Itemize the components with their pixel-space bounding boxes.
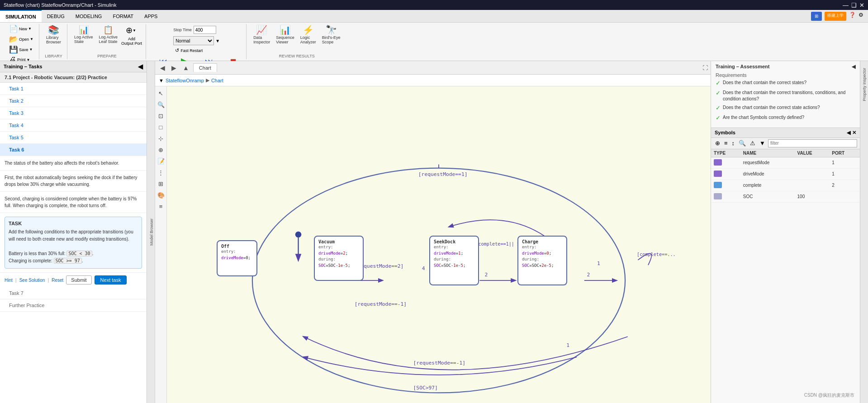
window-controls[interactable]: — ❑ ✕ <box>843 2 864 9</box>
sym-filter-btn[interactable]: ≡ <box>723 139 729 147</box>
state-tool[interactable]: □ <box>156 122 166 132</box>
sym-warn-btn[interactable]: ⚠ <box>749 139 757 147</box>
tasks-panel-collapse[interactable]: ◀ <box>138 63 143 70</box>
sequence-viewer-button[interactable]: 📊 SequenceViewer <box>274 24 297 46</box>
menubar: SIMULATION DEBUG MODELING FORMAT APPS ⊞ … <box>0 10 868 23</box>
main-layout: Training – Tasks ◀ 7.1 Project - Robotic… <box>0 61 868 403</box>
symbols-toolbar: ⊕ ≡ ↕ 🔍 ⚠ ▼ <box>711 138 860 149</box>
data-inspector-button[interactable]: 📈 DataInspector <box>251 24 272 46</box>
symbols-expand[interactable]: ✕ <box>852 130 856 136</box>
symbols-filter-input[interactable] <box>768 139 857 147</box>
help-btn[interactable]: ❓ <box>849 12 856 21</box>
mode-dropdown-arrow[interactable]: ▼ <box>215 38 220 43</box>
chart-tab[interactable]: Chart <box>193 63 217 72</box>
paint-tool[interactable]: 🎨 <box>156 190 166 200</box>
breadcrumb-stateflow[interactable]: StateflowOnramp <box>166 78 204 83</box>
task-item-6[interactable]: Task 6 <box>0 144 147 156</box>
sym-sort-btn[interactable]: ↕ <box>730 139 736 147</box>
state-charge[interactable]: Charge entry: driveMode=0; during: SOC=S… <box>517 236 567 285</box>
sym-more-btn[interactable]: ▼ <box>758 139 767 147</box>
task-item-3[interactable]: Task 3 <box>0 107 147 119</box>
close-btn[interactable]: ✕ <box>859 2 864 9</box>
menu-modeling[interactable]: MODELING <box>70 10 108 22</box>
birds-eye-scope-button[interactable]: 🔭 Bird's-EyeScope <box>320 24 343 46</box>
sym-name-soc[interactable]: SOC <box>740 191 795 202</box>
submit-button[interactable]: Submit <box>66 275 91 284</box>
watermark: CSDN @疯狂的麦克斯市 <box>804 392 854 398</box>
state-off[interactable]: Off entry: driveMode=0; <box>217 240 257 276</box>
assessment-header: Training – Assessment ◀ <box>716 64 855 70</box>
reset-link[interactable]: Reset <box>52 278 63 283</box>
assessment-collapse[interactable]: ◀ <box>852 64 855 70</box>
sym-name-complete[interactable]: complete <box>740 180 795 191</box>
breadcrumb-dropdown-arrow[interactable]: ▼ <box>159 78 164 83</box>
state-seekdock-title: SeekDock <box>434 239 474 244</box>
menu-simulation[interactable]: SIMULATION <box>0 10 42 22</box>
hint-link[interactable]: Hint <box>5 278 13 283</box>
task6-desc2: First, the robot automatically begins se… <box>0 171 147 192</box>
align-tool[interactable]: ≡ <box>156 201 166 211</box>
simulation-mode-select[interactable]: Normal <box>173 36 214 45</box>
zoom-fit-tool[interactable]: ⊡ <box>156 111 166 121</box>
col-port[interactable]: PORT <box>829 149 860 157</box>
new-button[interactable]: 📄 New ▼ <box>7 24 35 33</box>
search-icon[interactable]: ⊞ <box>811 12 822 21</box>
library-browser-button[interactable]: 📚 LibraryBrowser <box>44 24 63 46</box>
further-practice-item[interactable]: Further Practice <box>0 299 147 312</box>
log-active-state-button[interactable]: 📊 Log ActiveState <box>72 24 95 45</box>
task-item-2[interactable]: Task 2 <box>0 95 147 107</box>
menu-debug[interactable]: DEBUG <box>42 10 70 22</box>
stop-time-input[interactable] <box>194 26 216 34</box>
menu-format[interactable]: FORMAT <box>107 10 139 22</box>
state-vacuum[interactable]: Vacuum entry: driveMode=2; during: SOC=S… <box>314 236 364 281</box>
fullscreen-button[interactable]: ⛶ <box>702 65 708 71</box>
task-item-5[interactable]: Task 5 <box>0 132 147 144</box>
task-item-4[interactable]: Task 4 <box>0 119 147 132</box>
nav-back-button[interactable]: ◀ <box>158 63 167 72</box>
symbols-collapse[interactable]: ◀ <box>847 130 850 136</box>
nav-forward-button[interactable]: ▶ <box>169 63 179 72</box>
more-tool[interactable]: ⋮ <box>156 167 166 177</box>
task-buttons: Hint | See Solution | Reset Submit Next … <box>0 272 147 287</box>
state-charge-body: entry: driveMode=0; during: SOC=SOC+2e-5… <box>522 244 563 269</box>
add-tool[interactable]: ⊕ <box>156 145 166 155</box>
sym-type-drivemode <box>714 171 722 177</box>
logic-analyzer-button[interactable]: ⚡ LogicAnalyzer <box>298 24 318 46</box>
chart-toolbar: ◀ ▶ ▲ Chart ⛶ <box>155 61 711 75</box>
tasks-panel-title: Training – Tasks <box>4 64 42 69</box>
state-seekdock[interactable]: SeekDock entry: driveMode=1; during: SOC… <box>429 236 479 285</box>
zoom-in-tool[interactable]: 🔍 <box>156 100 166 109</box>
property-inspector-tab[interactable]: Property Inspector <box>861 66 868 104</box>
minimize-btn[interactable]: — <box>843 2 849 9</box>
col-value[interactable]: VALUE <box>795 149 830 157</box>
add-output-port-button[interactable]: ⊕ ▼ <box>123 24 140 37</box>
note-tool[interactable]: 📝 <box>156 156 166 166</box>
help-login-btn[interactable]: 搭建上学 <box>825 12 846 21</box>
task-item-1[interactable]: Task 1 <box>0 83 147 95</box>
chart-diagram[interactable]: 2 1 2 2 1 1 4 [requestMode==1] [requestM… <box>167 86 711 403</box>
fast-restart-button[interactable]: ↺ Fast Restart <box>173 47 220 54</box>
maximize-btn[interactable]: ❑ <box>851 2 857 9</box>
open-button[interactable]: 📂 Open ▼ <box>7 34 35 44</box>
sym-search-btn[interactable]: 🔍 <box>737 139 747 147</box>
sym-add-btn[interactable]: ⊕ <box>714 139 721 147</box>
state-vacuum-title: Vacuum <box>318 239 359 244</box>
transition-tool[interactable]: ⊹ <box>156 133 166 143</box>
see-solution-link[interactable]: See Solution <box>19 278 45 283</box>
nav-up-button[interactable]: ▲ <box>180 63 191 72</box>
model-tab-label[interactable]: Model Browser <box>148 216 155 248</box>
col-name[interactable]: NAME <box>740 149 795 157</box>
col-type[interactable]: TYPE <box>711 149 740 157</box>
next-task-button[interactable]: Next task <box>95 275 127 284</box>
log-active-leaf-button[interactable]: 📋 Log ActiveLeaf State <box>97 24 120 45</box>
sym-name-requestmode[interactable]: requestMode <box>740 157 795 168</box>
breadcrumb-chart[interactable]: Chart <box>211 78 223 83</box>
task-item-7[interactable]: Task 7 <box>0 287 147 299</box>
grid-tool[interactable]: ⊞ <box>156 179 166 189</box>
menu-apps[interactable]: APPS <box>139 10 163 22</box>
sym-name-drivemode[interactable]: driveMode <box>740 168 795 180</box>
save-button[interactable]: 💾 Save ▼ <box>7 45 35 54</box>
settings-btn[interactable]: ⚙ <box>859 12 863 21</box>
select-tool[interactable]: ↖ <box>156 88 166 98</box>
svg-text:[complete==...: [complete==... <box>637 252 676 257</box>
